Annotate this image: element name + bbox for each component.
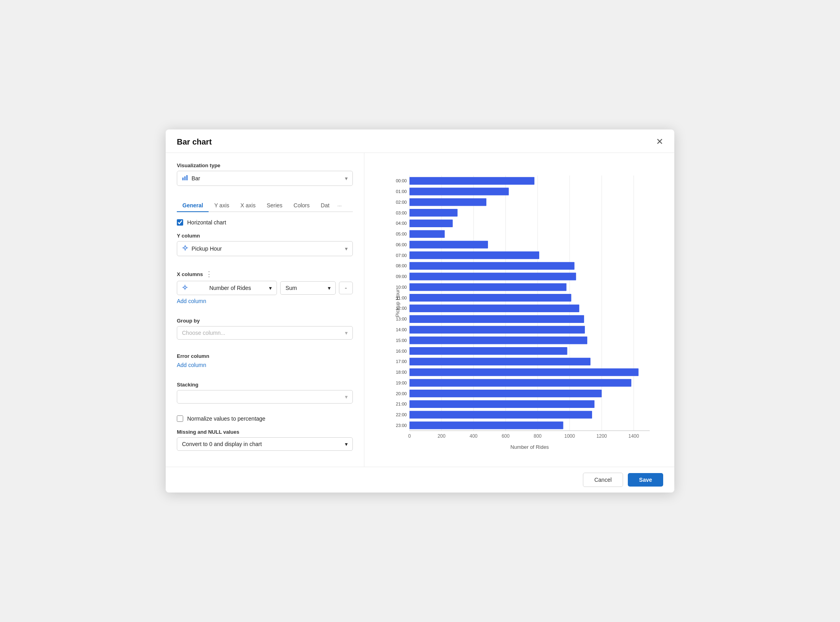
tab-colors[interactable]: Colors [288,199,315,212]
svg-text:04:00: 04:00 [396,221,406,226]
horizontal-chart-label: Horizontal chart [187,219,226,226]
svg-rect-35 [410,209,458,216]
tabs-row: General Y axis X axis Series Colors Dat … [177,199,353,212]
agg-chevron: ▾ [328,285,331,291]
viz-type-value: Bar [192,175,345,182]
stacking-section: Stacking ▾ [177,382,353,409]
x-col-row: Number of Rides ▾ Sum ▾ - [177,281,353,295]
group-by-placeholder: Choose column... [182,330,225,336]
svg-text:01:00: 01:00 [396,189,406,194]
modal-title: Bar chart [177,137,212,147]
modal-header: Bar chart ✕ [166,129,674,153]
stacking-select[interactable]: ▾ [177,390,353,404]
svg-text:18:00: 18:00 [396,370,406,375]
x-add-column-link[interactable]: Add column [177,298,206,304]
tab-more-icon[interactable]: ··· [335,200,344,211]
group-by-label: Group by [177,318,353,324]
svg-text:Number of Rides: Number of Rides [510,444,549,450]
svg-rect-47 [410,273,576,280]
viz-type-label: Visualization type [177,162,353,168]
svg-text:1400: 1400 [629,433,639,439]
viz-type-section: Visualization type Bar ▾ [177,162,353,193]
viz-type-select[interactable]: Bar ▾ [177,171,353,186]
missing-null-chevron: ▾ [345,441,348,447]
svg-text:03:00: 03:00 [396,211,406,215]
svg-rect-57 [410,326,585,333]
group-by-section: Group by Choose column... ▾ [177,318,353,347]
svg-text:22:00: 22:00 [396,412,406,417]
svg-rect-1 [184,176,186,180]
svg-point-8 [184,286,186,289]
svg-text:14:00: 14:00 [396,327,406,332]
svg-text:21:00: 21:00 [396,402,406,406]
missing-null-label: Missing and NULL values [177,429,353,435]
x-columns-label: X columns [177,271,203,277]
svg-text:400: 400 [470,433,478,439]
group-by-select[interactable]: Choose column... ▾ [177,326,353,340]
stacking-chevron: ▾ [345,394,348,400]
svg-rect-75 [410,421,563,429]
x-col-icon [182,284,188,292]
svg-point-3 [184,247,186,249]
chart-container: 020040060080010001200140000:0001:0002:00… [377,164,662,456]
modal-footer: Cancel Save [166,467,674,493]
normalize-label: Normalize values to percentage [187,415,265,422]
stacking-label: Stacking [177,382,353,388]
svg-text:00:00: 00:00 [396,178,406,183]
svg-rect-51 [410,294,571,301]
tab-yaxis[interactable]: Y axis [209,199,235,212]
svg-text:800: 800 [534,433,542,439]
close-button[interactable]: ✕ [656,137,663,147]
normalize-checkbox[interactable] [177,415,183,422]
svg-rect-53 [410,305,579,312]
x-col-select[interactable]: Number of Rides ▾ [177,281,277,295]
svg-text:Pickup Hour: Pickup Hour [395,289,401,317]
missing-null-select[interactable]: Convert to 0 and display in chart ▾ [177,437,353,451]
x-col-value: Number of Rides [209,285,251,291]
error-column-section: Error column Add column [177,353,353,375]
tab-xaxis[interactable]: X axis [235,199,261,212]
agg-select[interactable]: Sum ▾ [280,281,335,295]
modal-body: Visualization type Bar ▾ General Y axis … [166,153,674,467]
tab-dat[interactable]: Dat [315,199,335,212]
y-column-select[interactable]: Pickup Hour ▾ [177,241,353,256]
x-columns-section: X columns ⋮ Number of Rides ▾ Sum ▾ [177,270,353,311]
horizontal-chart-checkbox[interactable] [177,219,183,226]
svg-text:07:00: 07:00 [396,253,406,258]
svg-rect-61 [410,347,567,355]
y-column-label: Y column [177,233,353,239]
bar-chart-svg: 020040060080010001200140000:0001:0002:00… [377,164,662,456]
missing-null-value: Convert to 0 and display in chart [182,441,262,447]
bar-chart-icon [182,174,188,182]
svg-rect-2 [186,175,188,180]
svg-text:16:00: 16:00 [396,349,406,353]
group-by-chevron: ▾ [345,330,348,336]
svg-text:09:00: 09:00 [396,274,406,279]
x-columns-header: X columns ⋮ [177,270,353,278]
cancel-button[interactable]: Cancel [583,473,623,487]
remove-x-col-button[interactable]: - [339,282,353,294]
x-columns-dots[interactable]: ⋮ [205,270,213,278]
svg-text:600: 600 [501,433,509,439]
agg-value: Sum [285,285,297,291]
svg-rect-49 [410,283,567,291]
svg-text:05:00: 05:00 [396,232,406,236]
svg-rect-31 [410,187,509,195]
svg-text:02:00: 02:00 [396,200,406,205]
svg-rect-43 [410,251,539,259]
tab-general[interactable]: General [177,199,209,212]
y-column-icon [182,245,188,253]
save-button[interactable]: Save [628,473,663,487]
svg-text:15:00: 15:00 [396,338,406,343]
svg-text:10:00: 10:00 [396,285,406,290]
svg-rect-39 [410,230,445,238]
svg-text:0: 0 [408,433,411,439]
y-column-value: Pickup Hour [192,245,345,252]
error-add-column-link[interactable]: Add column [177,362,206,368]
tab-series[interactable]: Series [261,199,288,212]
y-column-chevron: ▾ [345,245,348,252]
svg-rect-55 [410,315,584,323]
svg-text:200: 200 [437,433,445,439]
svg-text:20:00: 20:00 [396,391,406,396]
svg-rect-71 [410,400,595,408]
